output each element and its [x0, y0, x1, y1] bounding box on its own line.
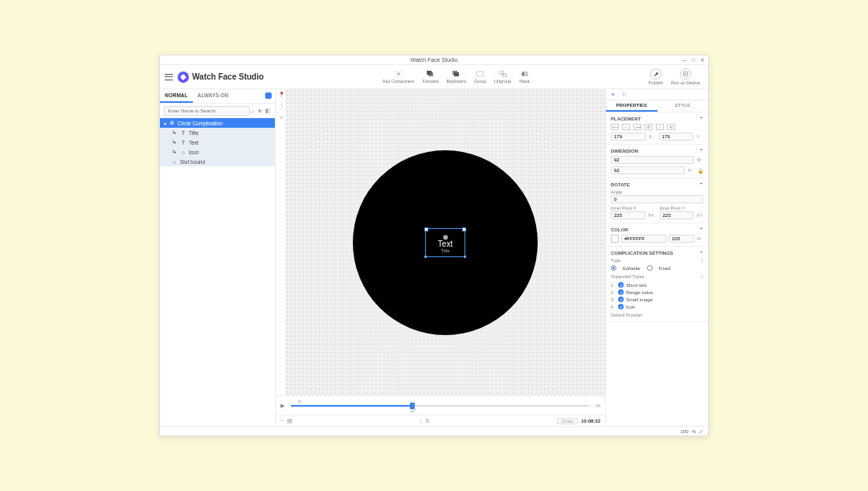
- minimize-button[interactable]: —: [682, 57, 688, 63]
- tree-item-text[interactable]: ↳ T Text: [160, 137, 275, 147]
- radio-editable[interactable]: [611, 265, 616, 271]
- search-icon[interactable]: ⌕: [252, 108, 255, 114]
- toolbar-right: Publish Run on Device: [649, 68, 700, 85]
- mask-button[interactable]: Mask: [519, 70, 530, 84]
- type-radio-row: Editable Fixed: [611, 265, 703, 271]
- opacity-input[interactable]: 100: [669, 235, 694, 243]
- supported-type-3[interactable]: 3✓Small image: [611, 296, 703, 303]
- backward-button[interactable]: Backward: [447, 70, 466, 84]
- sort-down-icon[interactable]: ⇅: [425, 418, 430, 424]
- align-vcenter-icon[interactable]: ↕: [656, 124, 664, 130]
- angle-input[interactable]: 0: [611, 195, 703, 203]
- w-input[interactable]: 92: [611, 156, 694, 164]
- maximize-button[interactable]: □: [692, 57, 695, 63]
- type-label: Type: [611, 258, 620, 263]
- search-input[interactable]: [164, 106, 250, 116]
- sliders-icon[interactable]: ≡: [609, 91, 617, 99]
- sort-up-icon[interactable]: ↕: [420, 418, 422, 423]
- selection-box[interactable]: ⬤ Text Title: [425, 228, 465, 257]
- align-right-icon[interactable]: ⟹: [633, 124, 641, 130]
- snap-icon[interactable]: ⋮: [277, 102, 285, 110]
- chevron-up-icon[interactable]: ⌃: [699, 227, 703, 232]
- x-input[interactable]: 179: [611, 133, 646, 141]
- supported-type-2[interactable]: 2✓Range value: [611, 288, 703, 296]
- complication-title: COMPLICATION SETTINGS: [611, 251, 674, 256]
- play-circle-icon: [680, 68, 691, 80]
- lock-icon[interactable]: 🔒: [698, 168, 703, 174]
- folder-icon[interactable]: ▧: [287, 418, 293, 424]
- topbar: Watch Face Studio Add Component Forward …: [160, 65, 708, 89]
- tag-icon[interactable]: ⚐: [620, 91, 628, 99]
- layers-icon[interactable]: [265, 92, 272, 99]
- circle-outline-icon: ○: [180, 149, 186, 155]
- add-icon[interactable]: +: [277, 113, 285, 121]
- hex-input[interactable]: #FFFFFF: [621, 235, 666, 243]
- tab-normal[interactable]: NORMAL: [160, 89, 193, 103]
- x-label: X: [649, 134, 656, 139]
- fullscreen-icon[interactable]: ⤢: [699, 428, 703, 434]
- pivot-x-input[interactable]: 225: [611, 211, 645, 219]
- tab-style[interactable]: STYLE: [657, 100, 709, 112]
- tl-start: 0": [298, 399, 302, 404]
- zoom-value[interactable]: 100: [681, 429, 689, 434]
- minus-icon[interactable]: −: [280, 418, 284, 423]
- color-swatch[interactable]: [611, 235, 619, 243]
- text-icon: T: [180, 139, 186, 145]
- y-input[interactable]: 179: [659, 133, 694, 141]
- toolbar-center: Add Component Forward Backward Group Ung…: [264, 70, 649, 84]
- canvas-tools: 📍 ⋮ +: [277, 91, 285, 121]
- play-button[interactable]: ▶: [280, 403, 285, 409]
- align-bottom-icon[interactable]: ⟱: [667, 124, 675, 130]
- selection-title: Title: [428, 248, 463, 253]
- fps-label[interactable]: 15/sec: [557, 418, 578, 424]
- align-top-icon[interactable]: ⟰: [645, 124, 653, 130]
- right-panel: ≡ ⚐ PROPERTIES STYLE PLACEMENT⌃ ⟸ ↔ ⟹ ⟰ …: [605, 89, 708, 426]
- run-on-device-button[interactable]: Run on Device: [671, 68, 700, 85]
- layer-mode-icons: [265, 92, 272, 99]
- chevron-up-icon[interactable]: ⌃: [699, 148, 703, 153]
- tab-properties[interactable]: PROPERTIES: [606, 100, 657, 112]
- pivot-y-input[interactable]: 225: [660, 211, 694, 219]
- canvas-area: 📍 ⋮ + ⬤ Text Title ▶ 0": [276, 89, 605, 426]
- publish-button[interactable]: Publish: [649, 68, 663, 85]
- ungroup-button[interactable]: Ungroup: [494, 70, 511, 84]
- left-panel: NORMAL ALWAYS-ON ⌕ 👁 ◧ ▾ ⊚ Circle Compli…: [160, 89, 276, 426]
- forward-button[interactable]: Forward: [422, 70, 438, 84]
- radio-fixed[interactable]: [647, 265, 653, 271]
- align-hcenter-icon[interactable]: ↔: [622, 124, 630, 130]
- group-button[interactable]: Group: [474, 70, 486, 84]
- canvas[interactable]: ⬤ Text Title: [285, 89, 605, 395]
- tree-item-icon[interactable]: ↳ ○ Icon: [160, 147, 275, 157]
- forward-icon: [426, 70, 436, 78]
- tree-root[interactable]: ▾ ⊚ Circle Complication: [160, 118, 275, 128]
- tl-mid: 12": [410, 408, 416, 413]
- visibility-icon[interactable]: 👁: [256, 108, 263, 114]
- hamburger-icon[interactable]: [165, 74, 173, 80]
- align-left-icon[interactable]: ⟸: [611, 124, 619, 130]
- mask-toggle-icon[interactable]: ◧: [264, 108, 271, 114]
- pin-icon[interactable]: 📍: [277, 91, 285, 99]
- text-icon: T: [180, 129, 186, 136]
- tree-item-slot-bound[interactable]: ○ Slot bound: [160, 157, 275, 166]
- supported-type-1[interactable]: 1✓Short text: [611, 281, 703, 288]
- resize-handle-br[interactable]: [464, 256, 466, 258]
- supported-type-4[interactable]: 4✓Icon: [611, 303, 703, 310]
- zoom-unit: %: [692, 429, 696, 434]
- tree-item-title[interactable]: ↳ T Title: [160, 128, 275, 137]
- chevron-up-icon[interactable]: ⌃: [699, 182, 703, 187]
- section-placement: PLACEMENT⌃ ⟸ ↔ ⟹ ⟰ ↕ ⟱ 179 X 179 Y: [606, 113, 708, 145]
- add-component-button[interactable]: Add Component: [383, 70, 415, 84]
- help-icon[interactable]: ?: [701, 259, 703, 264]
- h-input[interactable]: 92: [611, 166, 685, 174]
- link-icon: ↳: [171, 129, 178, 136]
- help-icon[interactable]: ?: [701, 275, 703, 280]
- chevron-up-icon[interactable]: ⌃: [699, 116, 703, 121]
- chevron-up-icon[interactable]: ⌃: [699, 250, 703, 256]
- angle-label: Angle: [611, 190, 703, 194]
- svg-rect-5: [477, 72, 483, 76]
- timeline-track[interactable]: 12": [291, 405, 589, 407]
- close-button[interactable]: ✕: [700, 57, 705, 63]
- resize-handle-bl[interactable]: [424, 256, 427, 258]
- link-icon: ↳: [171, 149, 178, 155]
- tab-always-on[interactable]: ALWAYS-ON: [193, 89, 234, 103]
